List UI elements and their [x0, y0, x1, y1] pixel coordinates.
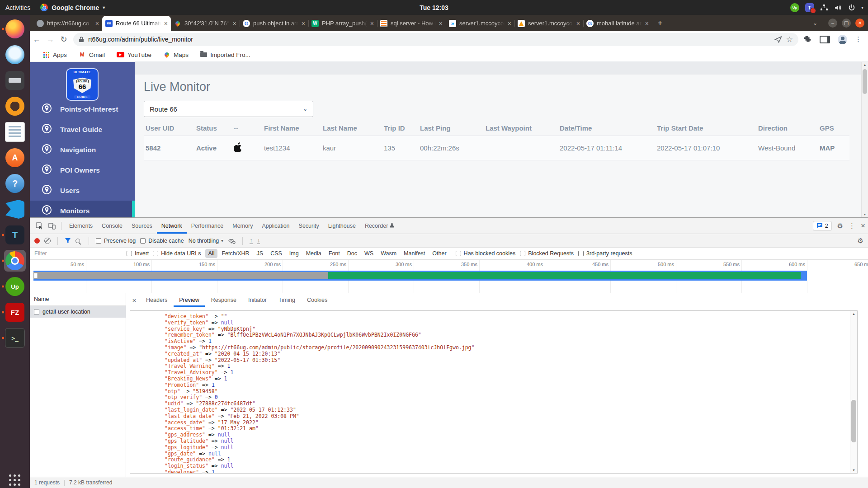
throttling-select[interactable]: No throttling ▾: [189, 238, 223, 244]
invert-checkbox[interactable]: Invert: [127, 250, 149, 257]
devtools-tab-lighthouse[interactable]: Lighthouse: [324, 218, 360, 234]
hide-data-urls-checkbox[interactable]: Hide data URLs: [153, 250, 201, 257]
reload-button[interactable]: ↻: [57, 34, 71, 44]
filter-type-other[interactable]: Other: [429, 249, 449, 258]
request-name-column-header[interactable]: Name: [30, 293, 126, 306]
filter-type-all[interactable]: All: [205, 249, 218, 258]
search-network-icon[interactable]: [75, 239, 80, 243]
network-settings-gear-icon[interactable]: ⚙: [858, 234, 863, 247]
sidebar-item-monitors[interactable]: Monitors: [30, 201, 135, 217]
sidebar-item-poi-owners[interactable]: POI Owners: [30, 160, 135, 180]
devtools-tab-sources[interactable]: Sources: [127, 218, 157, 234]
browser-tab[interactable]: Gpush object in arr×: [240, 16, 308, 31]
devtools-menu-icon[interactable]: ⋮: [849, 222, 855, 230]
chevron-down-icon[interactable]: ▾: [861, 5, 863, 10]
bookmark-imported-fro-[interactable]: Imported Fro...: [200, 52, 250, 58]
browser-tab[interactable]: 30°42'31.0"N 76°4×: [171, 16, 240, 31]
export-har-icon[interactable]: ↓: [257, 237, 260, 244]
scrollbar-thumb[interactable]: [863, 69, 867, 94]
devtools-tab-recorder[interactable]: Recorder: [360, 218, 399, 234]
close-window-button[interactable]: ×: [855, 19, 864, 28]
ubuntu-software-dock-icon[interactable]: A: [1, 146, 29, 169]
network-overview-timeline[interactable]: 50 ms100 ms150 ms200 ms250 ms300 ms350 m…: [30, 260, 868, 294]
scroll-up-icon[interactable]: ▲: [862, 63, 868, 66]
filter-type-js[interactable]: JS: [254, 249, 267, 258]
route-select[interactable]: Route 66 ⌄: [144, 101, 313, 117]
browser-tab[interactable]: https://rt66ug.co×: [33, 16, 102, 31]
preview-content-box[interactable]: "device_token" => """verify_token" => nu…: [130, 310, 858, 474]
browser-tab[interactable]: Gmohali latitude an×: [583, 16, 652, 31]
forward-button[interactable]: →: [43, 35, 57, 44]
profile-avatar[interactable]: [838, 35, 847, 44]
chrome-dock-icon[interactable]: [1, 249, 29, 272]
tab-close-icon[interactable]: ×: [439, 20, 443, 27]
sidebar-item-users[interactable]: Users: [30, 180, 135, 201]
detail-tab-preview[interactable]: Preview: [174, 293, 204, 307]
firefox-dock-icon[interactable]: [1, 17, 29, 41]
back-button[interactable]: ←: [30, 35, 43, 44]
devtools-tab-performance[interactable]: Performance: [187, 218, 228, 234]
detail-tab-initiator[interactable]: Initiator: [243, 293, 272, 307]
side-panel-icon[interactable]: [820, 36, 830, 43]
activities-button[interactable]: Activities: [5, 4, 30, 11]
detail-tab-cookies[interactable]: Cookies: [302, 293, 333, 307]
bookmark-gmail[interactable]: MGmail: [79, 51, 105, 58]
devtools-tab-application[interactable]: Application: [257, 218, 294, 234]
filter-checkbox--rd-party-requests[interactable]: 3rd-party requests: [578, 250, 632, 257]
maximize-button[interactable]: ▢: [842, 19, 851, 28]
devtools-tab-security[interactable]: Security: [294, 218, 324, 234]
devtools-close-icon[interactable]: ×: [861, 221, 865, 230]
devtools-tab-elements[interactable]: Elements: [65, 218, 97, 234]
gps-map-link[interactable]: MAP: [818, 136, 849, 160]
devtools-settings-gear-icon[interactable]: ⚙: [837, 222, 843, 230]
extensions-puzzle-icon[interactable]: [804, 35, 812, 43]
disable-cache-checkbox[interactable]: Disable cache: [140, 238, 184, 244]
browser-tab[interactable]: sql server - How t×: [377, 16, 446, 31]
new-tab-button[interactable]: +: [654, 17, 666, 29]
browser-tab[interactable]: server1.mccoycon×: [514, 16, 583, 31]
inspect-element-icon[interactable]: [33, 220, 45, 232]
terminal-dock-icon[interactable]: >_: [1, 326, 29, 350]
filter-type-font[interactable]: Font: [326, 249, 343, 258]
tab-close-icon[interactable]: ×: [508, 20, 511, 27]
browser-tab[interactable]: 66Route 66 Ultimate×: [102, 16, 171, 31]
bookmark-star-icon[interactable]: ☆: [786, 36, 793, 43]
tab-close-icon[interactable]: ×: [164, 20, 168, 27]
tab-close-icon[interactable]: ×: [370, 20, 374, 27]
filter-checkbox-has-blocked-cookies[interactable]: Has blocked cookies: [456, 250, 516, 257]
tab-close-icon[interactable]: ×: [302, 20, 305, 27]
browser-tab[interactable]: WPHP array_push()×: [308, 16, 377, 31]
lock-icon[interactable]: [79, 36, 84, 42]
filter-type-doc[interactable]: Doc: [344, 249, 360, 258]
filter-type-media[interactable]: Media: [303, 249, 325, 258]
bookmark-apps[interactable]: Apps: [42, 51, 67, 58]
bookmark-youtube[interactable]: ▶YouTube: [117, 52, 151, 58]
sidebar-item-points-of-interest[interactable]: Points-of-Interest: [30, 99, 135, 119]
preserve-log-checkbox[interactable]: Preserve log: [96, 238, 136, 244]
show-applications-button[interactable]: [9, 474, 21, 486]
filter-type-wasm[interactable]: Wasm: [377, 249, 400, 258]
detail-tab-headers[interactable]: Headers: [141, 293, 173, 307]
help-dock-icon[interactable]: ?: [1, 172, 29, 195]
filter-type-css[interactable]: CSS: [267, 249, 285, 258]
scroll-up-icon[interactable]: ▲: [850, 312, 857, 315]
filter-checkbox-blocked-requests[interactable]: Blocked Requests: [520, 250, 574, 257]
filezilla-dock-icon[interactable]: FZ: [1, 300, 29, 324]
browser-tab[interactable]: »server1.mccoycon×: [446, 16, 514, 31]
devtools-tab-console[interactable]: Console: [97, 218, 127, 234]
filter-funnel-icon[interactable]: [65, 238, 71, 244]
app-menu[interactable]: Google Chrome ▾: [40, 4, 105, 11]
teams-app-dock-icon[interactable]: T: [1, 223, 29, 247]
upwork-dock-icon[interactable]: Up: [1, 275, 29, 298]
tab-close-icon[interactable]: ×: [95, 20, 99, 27]
volume-icon[interactable]: [834, 4, 842, 11]
upwork-tray-icon[interactable]: Up: [790, 3, 799, 12]
minimize-button[interactable]: –: [828, 19, 837, 28]
record-network-log-icon[interactable]: [34, 238, 40, 244]
clear-network-log-icon[interactable]: [44, 238, 51, 244]
page-scrollbar[interactable]: ▲ ▼: [861, 62, 868, 217]
scrollbar-thumb[interactable]: [851, 400, 856, 442]
devtools-tab-memory[interactable]: Memory: [228, 218, 257, 234]
network-icon[interactable]: [820, 4, 828, 11]
clock[interactable]: Tue 12:03: [0, 0, 868, 15]
